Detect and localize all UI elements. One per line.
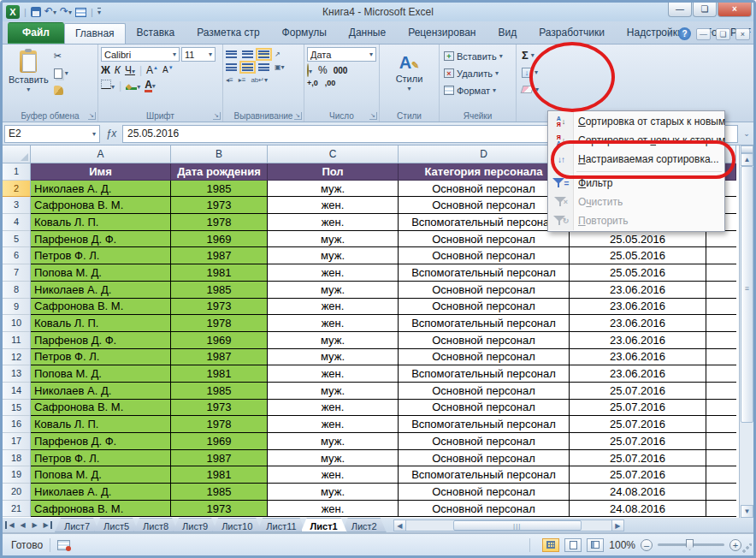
cell-date[interactable]: 25.07.2016: [570, 450, 706, 467]
cell-birth-year[interactable]: 1987: [171, 247, 268, 264]
cell-gender[interactable]: муж.: [268, 383, 399, 400]
cell-name[interactable]: Николаев А. Д.: [31, 484, 171, 501]
horizontal-scroll-thumb[interactable]: |||: [453, 520, 582, 531]
cell-gender[interactable]: жен.: [268, 416, 399, 433]
cut-button[interactable]: ✂: [52, 49, 70, 63]
cell-name[interactable]: Николаев А. Д.: [31, 282, 171, 299]
split-box[interactable]: [741, 145, 753, 153]
cell-partial[interactable]: [706, 466, 736, 484]
resize-grip[interactable]: [741, 543, 752, 554]
cell-name[interactable]: Коваль Л. П.: [31, 416, 171, 433]
align-right-icon[interactable]: [258, 63, 269, 71]
cell-birth-year[interactable]: 1981: [171, 264, 268, 282]
decrease-indent-icon[interactable]: ◂≡: [226, 76, 233, 84]
cell-category[interactable]: Основной персонал: [399, 181, 570, 198]
cell-date[interactable]: 23.06.2016: [570, 365, 706, 383]
cell-birth-year[interactable]: 1985: [171, 383, 268, 400]
cell-partial[interactable]: [706, 501, 736, 518]
fill-button[interactable]: ↓▾: [520, 65, 540, 80]
sheet-tab-лист10[interactable]: Лист10: [212, 518, 262, 532]
sheet-tab-лист2[interactable]: Лист2: [342, 518, 387, 532]
cell-date[interactable]: 23.06.2016: [570, 315, 706, 332]
number-format-combo[interactable]: Дата▾: [307, 47, 376, 62]
cell-birth-year[interactable]: 1978: [171, 416, 268, 433]
shrink-font-button[interactable]: А▼: [162, 65, 174, 74]
column-header-b[interactable]: B: [171, 145, 268, 163]
column-header-c[interactable]: C: [268, 145, 399, 163]
cell-name[interactable]: Коваль Л. П.: [31, 315, 171, 332]
sheet-tab-лист11[interactable]: Лист11: [257, 518, 305, 532]
cell-birth-year[interactable]: 1973: [171, 501, 268, 518]
delete-cells-button[interactable]: ×Удалить▾: [442, 66, 513, 80]
cell-category[interactable]: Основной персонал: [399, 197, 570, 214]
ribbon-tab-разметка-стр[interactable]: Разметка стр: [186, 22, 270, 44]
increase-decimal-button[interactable]: +,0: [307, 79, 318, 87]
cell-birth-year[interactable]: 1973: [171, 197, 268, 214]
cell-partial[interactable]: [706, 247, 736, 264]
bold-button[interactable]: Ж: [101, 64, 110, 76]
cell-category[interactable]: Вспомогательный персонал: [399, 365, 570, 383]
borders-button[interactable]: ▾: [101, 80, 115, 92]
row-header[interactable]: 8: [3, 282, 31, 299]
cell-date[interactable]: 23.06.2016: [570, 332, 706, 349]
font-dialog-launcher[interactable]: ↘: [213, 112, 221, 120]
decrease-decimal-button[interactable]: ,00: [325, 79, 336, 87]
cell-category[interactable]: Вспомогательный персонал: [399, 416, 570, 433]
cell-date[interactable]: 23.06.2016: [570, 299, 706, 316]
cell-gender[interactable]: муж.: [268, 231, 399, 248]
scroll-up-arrow[interactable]: ▲: [741, 153, 753, 166]
cell-birth-year[interactable]: 1981: [171, 466, 268, 484]
orientation-icon[interactable]: ↗: [275, 50, 281, 58]
cell-partial[interactable]: [706, 450, 736, 467]
underline-button[interactable]: Ч▾: [125, 64, 135, 76]
row-header[interactable]: 21: [3, 501, 31, 518]
percent-style-button[interactable]: %: [318, 64, 328, 76]
cell-birth-year[interactable]: 1978: [171, 214, 268, 231]
cell-name[interactable]: Николаев А. Д.: [31, 383, 171, 400]
cell-name[interactable]: Петров Ф. Л.: [31, 247, 171, 264]
column-header-a[interactable]: A: [31, 145, 171, 163]
ribbon-tab-формулы[interactable]: Формулы: [271, 22, 338, 44]
number-dialog-launcher[interactable]: ↘: [369, 112, 377, 120]
font-name-combo[interactable]: Calibri▾: [101, 47, 180, 62]
styles-button[interactable]: А✎ Стили ▾: [382, 52, 436, 96]
row-header[interactable]: 1: [3, 163, 31, 181]
cell-category[interactable]: Основной персонал: [399, 501, 570, 518]
cell-category[interactable]: Основной персонал: [399, 433, 570, 450]
ribbon-tab-главная[interactable]: Главная: [64, 23, 126, 44]
vertical-scroll-thumb[interactable]: [741, 166, 753, 423]
menu-item-filter[interactable]: =Фильтр: [549, 174, 724, 193]
cell-partial[interactable]: [706, 365, 736, 383]
zoom-level[interactable]: 100%: [609, 539, 635, 551]
row-header[interactable]: 11: [3, 332, 31, 349]
cell-category[interactable]: Основной персонал: [399, 484, 570, 501]
fill-color-button[interactable]: ◆▾: [126, 80, 140, 92]
zoom-slider[interactable]: [658, 543, 724, 546]
cell-partial[interactable]: [706, 416, 736, 433]
accounting-format-button[interactable]: ▾: [307, 64, 312, 76]
cell-category[interactable]: Основной персонал: [399, 231, 570, 248]
cell-category[interactable]: Основной персонал: [399, 332, 570, 349]
format-cells-button[interactable]: Формат▾: [442, 83, 513, 98]
clipboard-dialog-launcher[interactable]: ↘: [88, 112, 96, 120]
cell-birth-year[interactable]: 1973: [171, 299, 268, 316]
first-sheet-icon[interactable]: ◀: [5, 521, 16, 529]
cell-partial[interactable]: [706, 400, 736, 417]
sheet-tab-лист8[interactable]: Лист8: [133, 518, 178, 532]
workbook-restore-icon[interactable]: ❏: [716, 28, 730, 40]
row-header[interactable]: 4: [3, 214, 31, 231]
cell-gender[interactable]: жен.: [268, 299, 399, 316]
cell-birth-year[interactable]: 1985: [171, 282, 268, 299]
grow-font-button[interactable]: А▲: [146, 64, 158, 76]
ribbon-tab-вставка[interactable]: Вставка: [126, 22, 186, 44]
align-left-icon[interactable]: [226, 63, 237, 71]
scroll-left-arrow[interactable]: ◀: [393, 519, 406, 531]
cell-gender[interactable]: муж.: [268, 332, 399, 349]
horizontal-scrollbar[interactable]: ◀ ||| ▶: [393, 518, 624, 532]
insert-cells-button[interactable]: +Вставить▾: [442, 49, 513, 63]
clear-button[interactable]: ▾: [520, 82, 540, 97]
row-header[interactable]: 7: [3, 264, 31, 282]
cell-partial[interactable]: [706, 231, 736, 248]
cell-name[interactable]: Сафронова В. М.: [31, 400, 171, 417]
cell-gender[interactable]: жен.: [268, 365, 399, 383]
